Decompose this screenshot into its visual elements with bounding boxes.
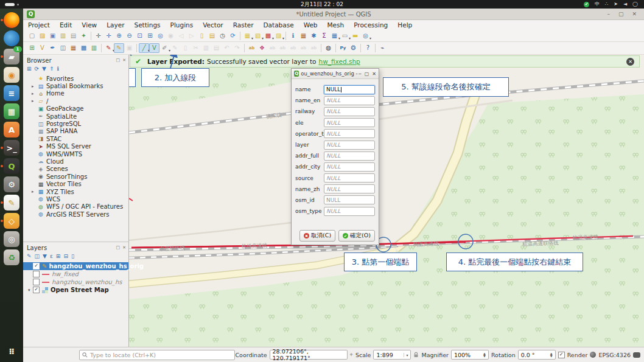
select-by-form-icon[interactable]: ▨▾ — [273, 31, 284, 41]
collapse-all-layers-icon[interactable]: ⊟ — [63, 254, 68, 259]
system-clock[interactable]: 2月11日 22：02 — [0, 1, 644, 9]
digitize-with-segment-icon[interactable]: ╱▾ — [139, 43, 149, 53]
browser-item-home[interactable]: ▸⌂Home — [23, 90, 128, 97]
deselect-features-icon[interactable]: ▩▾ — [263, 31, 273, 41]
field-calculator-icon[interactable]: ▦ — [298, 31, 309, 41]
measure-icon[interactable]: ▭▾ — [340, 31, 350, 41]
network-nodes-icon[interactable]: ∴ — [605, 2, 608, 7]
save-project-icon[interactable]: ▣ — [47, 31, 58, 41]
dock-trash-icon[interactable]: ♻ — [4, 249, 19, 265]
dock-terminal-icon[interactable]: >_ — [4, 140, 19, 156]
add-raster-layer-icon[interactable]: ▦ — [68, 43, 79, 53]
python-console-icon[interactable]: Py — [338, 43, 348, 53]
browser-item-arcgis-rest-servers[interactable]: ◍ArcGIS REST Servers — [23, 211, 128, 218]
add-selected-layers-icon[interactable]: ⊞ — [27, 66, 32, 72]
open-project-icon[interactable]: ▨ — [37, 31, 47, 41]
field-input-addr_full[interactable]: NULL — [324, 151, 375, 161]
expander-icon[interactable]: ▾ — [28, 288, 33, 293]
browser-item-stac[interactable]: ◨STAC — [23, 135, 128, 142]
layers-close-icon[interactable]: ✕ — [122, 245, 126, 250]
dialog-title-bar[interactable]: Q ou_wenzhou_hs_orig - Feat ‒▢✕ — [292, 69, 379, 79]
status-check-icon[interactable]: ✔ — [584, 2, 589, 7]
browser-item-postgresql[interactable]: ◫PostgreSQL — [23, 120, 128, 127]
select-features-icon[interactable]: ▦▾ — [242, 31, 253, 41]
browser-item-scenes[interactable]: ◈Scenes — [23, 165, 128, 173]
field-input-osm_type[interactable]: NULL — [324, 207, 375, 216]
layer-row-open-street-map[interactable]: ▾✓Open Street Map — [23, 286, 128, 294]
menu-help[interactable]: Help — [393, 21, 417, 29]
dialog-close-icon[interactable]: ✕ — [372, 71, 376, 77]
field-input-name_en[interactable]: NULL — [324, 96, 375, 105]
browser-item-cloud[interactable]: ☁Cloud — [23, 158, 128, 165]
browser-item-spatial-bookmarks[interactable]: ▸▤Spatial Bookmarks — [23, 82, 128, 89]
dialog-maximize-icon[interactable]: ▢ — [365, 71, 369, 77]
ime-chinese-icon[interactable]: 中 — [595, 2, 600, 7]
layer-visibility-checkbox[interactable] — [33, 279, 40, 285]
browser-item-wfs-ogc-api-features[interactable]: ◍WFS / OGC API - Features — [23, 203, 128, 211]
zoom-in-icon[interactable]: ⊕ — [114, 31, 124, 41]
save-project-as-icon[interactable]: ▥ — [58, 31, 68, 41]
zoom-out-icon[interactable]: ⊖ — [124, 31, 135, 41]
expander-icon[interactable]: ▸ — [32, 84, 37, 89]
help-contents-icon[interactable]: ? — [363, 43, 373, 53]
add-spatialite-layer-icon[interactable]: ✒ — [47, 43, 58, 53]
collapse-all-icon[interactable]: ⇑ — [49, 66, 54, 72]
statistics-panel-icon[interactable]: Σ — [319, 31, 329, 41]
refresh-browser-icon[interactable]: ⟳ — [35, 66, 40, 72]
menu-edit[interactable]: Edit — [55, 21, 77, 29]
add-virtual-layer-icon[interactable]: ▥ — [89, 43, 99, 53]
browser-item-[interactable]: ▸▱/ — [23, 97, 128, 105]
exported-file-link[interactable]: hw_fixed.shp — [318, 58, 360, 65]
identify-features-icon[interactable]: ℹ — [288, 31, 298, 41]
menu-raster[interactable]: Raster — [228, 21, 259, 29]
locate-input[interactable]: Type to locate (Ctrl+K) — [79, 350, 235, 360]
osm-place-search-icon[interactable]: ◎▾ — [360, 31, 371, 41]
current-edits-icon[interactable]: ✎▾ — [103, 43, 114, 53]
filter-legend-icon[interactable]: ▼ — [43, 254, 47, 259]
field-input-operator_t[interactable]: NULL — [324, 129, 375, 138]
data-source-manager-icon[interactable]: ⊞ — [27, 43, 37, 53]
layer-diagram-icon[interactable]: ❖ — [257, 43, 267, 53]
zoom-native-icon[interactable]: ⊡ — [135, 31, 145, 41]
menu-mesh[interactable]: Mesh — [323, 21, 349, 29]
field-input-addr_city[interactable]: NULL — [324, 162, 375, 172]
dialog-minimize-icon[interactable]: ‒ — [359, 71, 362, 77]
browser-item-ms-sql-server[interactable]: ➤MS SQL Server — [23, 143, 128, 150]
style-manager-icon[interactable]: ✦ — [79, 31, 89, 41]
add-line-feature-icon[interactable]: V — [149, 43, 159, 53]
add-mesh-layer-icon[interactable]: ▩ — [79, 43, 89, 53]
layer-row-hw-fixed[interactable]: hw_fixed — [23, 270, 128, 278]
field-input-ele[interactable]: NULL — [324, 118, 375, 127]
plugins-icon[interactable]: ❂ — [348, 43, 359, 53]
dock-libreoffice-draw-icon[interactable]: ◇ — [4, 213, 19, 229]
add-vector-layer-icon[interactable]: V — [37, 43, 47, 53]
map-tips-icon[interactable]: ▬ — [350, 31, 360, 41]
layer-row-hangzhou-wenzhou-hs-orig[interactable]: ✓✎hangzhou_wenzhou_hs_orig — [23, 262, 128, 270]
dock-firefox-icon[interactable] — [4, 12, 19, 28]
menu-view[interactable]: View — [77, 21, 102, 29]
temporal-controller-icon[interactable]: ◷ — [217, 31, 228, 41]
field-input-name[interactable]: NULL — [324, 85, 375, 94]
message-close-icon[interactable]: ✕ — [626, 58, 634, 66]
rotation-spinner[interactable]: 0.0 °▲▼ — [518, 350, 556, 360]
minimize-icon[interactable]: – — [607, 11, 610, 17]
new-print-layout-icon[interactable]: ▤ — [68, 31, 79, 41]
layer-labeling-icon[interactable]: ab — [247, 43, 257, 53]
open-layer-styling-icon[interactable]: ✎ — [27, 254, 32, 259]
field-input-source[interactable]: NULL — [324, 173, 375, 183]
layer-visibility-checkbox[interactable]: ✓ — [33, 263, 40, 270]
remove-layer-icon[interactable]: ▯ — [71, 254, 74, 259]
dock-qgis-icon[interactable]: Q — [4, 158, 19, 174]
field-input-layer[interactable]: NULL — [324, 141, 375, 150]
messages-log-icon[interactable] — [633, 352, 640, 358]
dock-app-grid-icon[interactable]: ⠿ — [4, 344, 19, 360]
scale-combo[interactable]: 1:899▾ — [373, 350, 411, 360]
dock-files-icon[interactable]: ▰1 — [4, 49, 19, 64]
send-network-icon[interactable]: ➤ — [614, 2, 618, 7]
coordinate-value[interactable]: 28.072106°, 120.719171° — [270, 350, 348, 360]
expand-all-icon[interactable]: ⊞ — [56, 254, 61, 259]
browser-item-vector-tiles[interactable]: ▦Vector Tiles — [23, 180, 128, 187]
filter-browser-icon[interactable]: ▼ — [42, 66, 46, 72]
pan-to-selection-icon[interactable]: ✛ — [103, 31, 114, 41]
add-postgis-layer-icon[interactable]: ◫ — [58, 43, 68, 53]
